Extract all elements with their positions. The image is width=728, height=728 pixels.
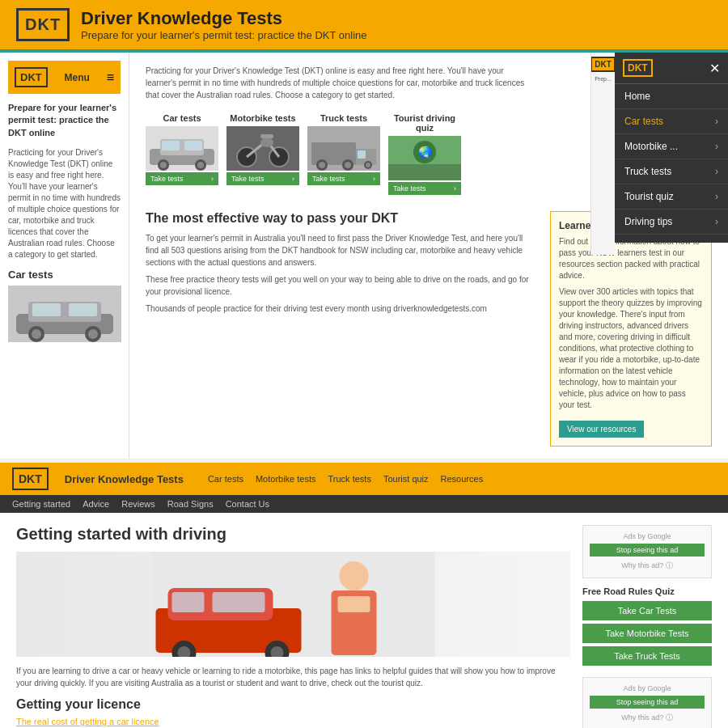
svg-rect-18: [226, 126, 299, 171]
effective-way-p1: To get your learner's permit in Australi…: [146, 232, 538, 269]
chevron-right-icon: ›: [715, 216, 718, 227]
close-icon[interactable]: ✕: [709, 61, 720, 76]
hamburger-icon[interactable]: ≡: [107, 70, 114, 85]
truck-take-tests-button[interactable]: Take tests ›: [307, 172, 380, 185]
overlay-menu-item-home[interactable]: Home: [615, 84, 728, 109]
svg-rect-28: [358, 150, 366, 159]
getting-licence-section: Getting your licence The real cost of ge…: [16, 697, 570, 728]
overlay-menu-item-truck[interactable]: Truck tests ›: [615, 159, 728, 184]
banner-subtitle: Prepare for your learner's permit test: …: [81, 29, 366, 41]
overlay-menu-item-motorbike[interactable]: Motorbike ... ›: [615, 134, 728, 159]
svg-text:🌏: 🌏: [418, 146, 433, 159]
intro-text: Practicing for your Driver's Knowledge T…: [146, 65, 534, 101]
overlay-menu: DKT ✕ Home Car tests › Motorbike ... › T…: [615, 53, 728, 243]
getting-started-title: Getting started with driving: [16, 525, 570, 544]
partial-text: Prep...: [595, 76, 612, 83]
banner-title: Driver Knowledge Tests: [81, 8, 366, 29]
view-resources-button[interactable]: View our resources: [559, 421, 644, 438]
svg-rect-36: [388, 164, 461, 180]
truck-tests-title: Truck tests: [307, 113, 380, 123]
sub-nav-contact[interactable]: Contact Us: [226, 499, 269, 509]
ad-sidebar: Ads by Google Stop seeing this ad Why th…: [582, 525, 712, 728]
chevron-right-icon: ›: [715, 166, 718, 177]
motorbike-take-tests-button[interactable]: Take tests ›: [226, 172, 299, 185]
partial-logo: DKT: [590, 57, 615, 72]
learners-resources-box: Learners' resources Find out more inform…: [550, 211, 712, 447]
sub-nav-getting-started[interactable]: Getting started: [12, 499, 70, 509]
overlay-header: DKT ✕: [615, 53, 728, 84]
svg-rect-7: [32, 303, 61, 316]
motorbike-tests-category: Motorbike tests Take tests ›: [226, 113, 299, 195]
svg-rect-8: [69, 303, 97, 316]
getting-started-hero-image: [16, 552, 570, 657]
ad-label: Ads by Google: [590, 532, 705, 540]
take-car-tests-button[interactable]: Take Car Tests: [582, 601, 712, 620]
sub-nav-road-signs[interactable]: Road Signs: [167, 499, 214, 509]
svg-point-30: [319, 162, 325, 168]
learners-resources-p1: Find out more information about how to p…: [559, 236, 703, 281]
car-image: [146, 126, 218, 171]
overlay-menu-item-car-tests[interactable]: Car tests ›: [615, 109, 728, 134]
ad-box-top: Ads by Google Stop seeing this ad Why th…: [582, 525, 712, 578]
take-motorbike-tests-button[interactable]: Take Motorbike Tests: [582, 624, 712, 643]
getting-licence-title: Getting your licence: [16, 697, 570, 712]
overlay-menu-item-driving-tips[interactable]: Driving tips ›: [615, 210, 728, 235]
svg-point-15: [197, 162, 204, 168]
effective-way-p3: Thousands of people practice for their d…: [146, 303, 538, 315]
motorbike-image: [226, 126, 299, 171]
nav-site-name: Driver Knowledge Tests: [65, 473, 184, 485]
sub-nav: Getting started Advice Reviews Road Sign…: [0, 495, 728, 513]
svg-rect-50: [338, 596, 370, 612]
nav-link-truck[interactable]: Truck tests: [328, 474, 371, 484]
tourist-tests-category: Tourist driving quiz 🌏 Take tests ›: [388, 113, 461, 195]
svg-point-23: [260, 138, 273, 147]
svg-rect-17: [184, 141, 202, 150]
getting-started-intro: If you are learning to drive a car or he…: [16, 665, 570, 689]
svg-rect-47: [213, 592, 265, 612]
chevron-right-icon: ›: [715, 116, 718, 127]
take-truck-tests-button[interactable]: Take Truck Tests: [582, 646, 712, 666]
menu-label: Menu: [65, 72, 90, 83]
svg-point-34: [366, 163, 370, 167]
svg-point-32: [345, 162, 351, 168]
effective-way-p2: These free practice theory tests will ge…: [146, 273, 538, 298]
car-tests-category: Car tests Take tests ›: [146, 113, 218, 195]
tourist-tests-title: Tourist driving quiz: [388, 113, 461, 133]
overlay-menu-item-tourist[interactable]: Tourist quiz ›: [615, 184, 728, 210]
getting-started-main: Getting started with driving: [16, 525, 570, 728]
chevron-right-icon: ›: [715, 141, 718, 152]
nav-link-car-tests[interactable]: Car tests: [208, 474, 243, 484]
nav-link-resources[interactable]: Resources: [441, 474, 484, 484]
nav-link-motorbike[interactable]: Motorbike tests: [256, 474, 316, 484]
tourist-take-tests-button[interactable]: Take tests ›: [388, 182, 461, 195]
ad-box-bottom: Ads by Google Stop seeing this ad Why th…: [582, 677, 712, 728]
why-this-ad-button[interactable]: Why this ad? ⓘ: [621, 561, 673, 571]
ad-label-bottom: Ads by Google: [590, 684, 705, 692]
tourist-image: 🌏: [388, 136, 461, 180]
stop-seeing-ad-button[interactable]: Stop seeing this ad: [590, 544, 705, 557]
svg-point-48: [340, 561, 369, 590]
left-sidebar: DKT Menu ≡ Prepare for your learner's pe…: [0, 53, 129, 459]
sub-nav-reviews[interactable]: Reviews: [121, 499, 155, 509]
car-tests-title: Car tests: [146, 113, 218, 123]
sidebar-header: DKT Menu ≡: [8, 61, 121, 94]
partial-behind-overlay: DKT Prep...: [590, 53, 615, 255]
sidebar-desc: Practicing for your Driver's Knowledge T…: [8, 147, 121, 260]
chevron-right-icon: ›: [715, 191, 718, 202]
car-take-tests-button[interactable]: Take tests ›: [146, 172, 218, 185]
nav-link-tourist[interactable]: Tourist quiz: [383, 474, 429, 484]
road-rules-quiz-section: Free Road Rules Quiz Take Car Tests Take…: [582, 586, 712, 669]
stop-seeing-ad-bottom-button[interactable]: Stop seeing this ad: [590, 696, 705, 709]
nav-bar: DKT Driver Knowledge Tests Car tests Mot…: [0, 463, 728, 495]
sub-nav-advice[interactable]: Advice: [83, 499, 109, 509]
top-banner: DKT Driver Knowledge Tests Prepare for y…: [0, 0, 728, 53]
car-licence-link[interactable]: The real cost of getting a car licence: [16, 717, 570, 726]
nav-logo: DKT: [12, 468, 49, 490]
getting-started-section: Getting started with driving: [0, 513, 728, 728]
svg-rect-16: [162, 141, 180, 150]
lower-section: The most effective way to pass your DKT …: [146, 211, 712, 447]
why-this-ad-bottom-button[interactable]: Why this ad? ⓘ: [621, 713, 673, 723]
motorbike-tests-title: Motorbike tests: [226, 113, 299, 123]
sidebar-car-tests-label: Car tests: [8, 269, 121, 281]
main-top-section: DKT Menu ≡ Prepare for your learner's pe…: [0, 53, 728, 459]
